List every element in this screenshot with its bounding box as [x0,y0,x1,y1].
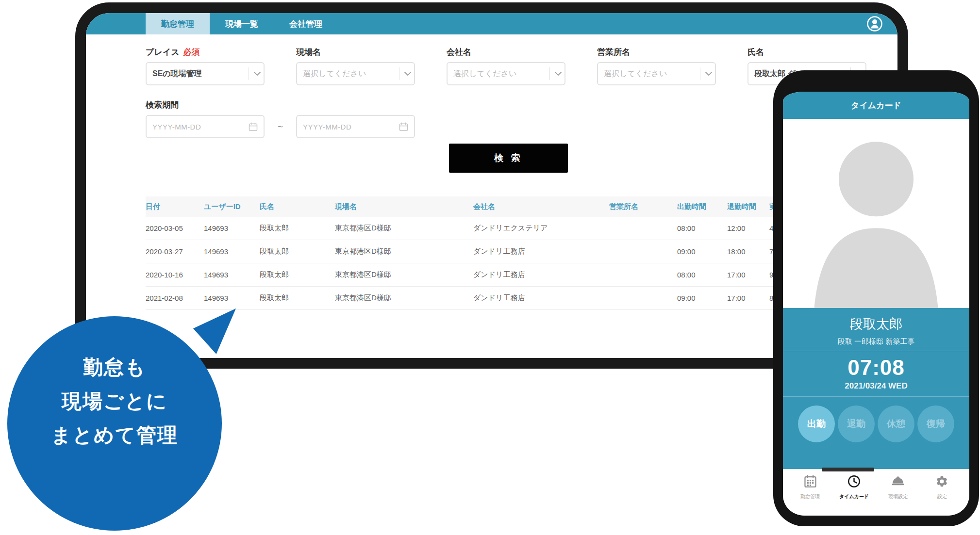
company-select[interactable]: 選択してください [447,62,565,85]
chevron-down-icon [705,72,712,76]
office-select[interactable]: 選択してください [597,62,716,85]
search-period-label: 検索期間 [146,99,415,111]
chevron-down-icon [555,72,562,76]
user-avatar-icon[interactable] [866,16,883,32]
table-cell: 17:00 [727,271,769,279]
office-select-placeholder: 選択してください [604,69,695,79]
nav-item-site-settings[interactable]: 現場設定 [882,475,914,516]
phone-clock-time: 07:08 [783,356,969,379]
nav-label: 現場設定 [888,493,908,500]
filter-office-label: 営業所名 [597,47,716,58]
punch-button-row: 出勤 退勤 休憩 復帰 [783,396,969,469]
search-button[interactable]: 検 索 [449,144,568,173]
place-select-value: SEの現場管理 [152,69,244,79]
table-header-cell: 現場名 [335,202,473,211]
divider [549,67,550,80]
filter-site-label: 現場名 [296,47,415,58]
page: 勤怠管理 現場一覧 会社管理 プレイス必須 SEの現場管理 [0,0,980,535]
filter-place-label: プレイス必須 [146,47,265,58]
table-cell: 149693 [204,271,260,279]
filter-site: 現場名 選択してください [296,47,415,85]
table-cell: 18:00 [727,247,769,256]
table-header-cell: ユーザーID [204,202,260,211]
phone-app-title: タイムカード [851,100,901,111]
calendar-icon[interactable] [249,122,258,131]
required-badge: 必須 [183,48,200,57]
speech-bubble-text: 勤怠も 現場ごとに まとめて管理 [7,350,222,452]
chevron-down-icon [254,72,261,76]
phone-screen: タイムカード 段取太郎 段取 一郎様邸 新築工事 07:08 2021/03/2… [783,92,969,516]
active-tab-indicator [822,468,874,471]
filter-company: 会社名 選択してください [447,47,565,85]
phone-user-name: 段取太郎 [783,316,969,332]
phone-info-panel: 段取太郎 段取 一郎様邸 新築工事 07:08 2021/03/24 WED 出… [783,308,969,469]
bubble-line: 勤怠も [7,350,222,384]
filter-company-label: 会社名 [447,47,565,58]
table-cell: ダンドリ工務店 [473,270,609,279]
table-cell: 東京都港区D様邸 [335,247,473,256]
table-cell: 2020-03-05 [146,224,204,232]
bubble-line: 現場ごとに [7,384,222,418]
table-header-cell: 会社名 [473,202,609,211]
bubble-line: まとめて管理 [7,418,222,452]
date-to-input[interactable]: YYYY-MM-DD [296,115,415,138]
return-button[interactable]: 復帰 [917,405,954,442]
hard-hat-icon [891,475,905,490]
table-cell: 2020-10-16 [146,271,204,279]
date-from-placeholder: YYYY-MM-DD [152,123,249,131]
gear-icon [935,475,948,490]
table-cell: 2021-02-08 [146,294,204,302]
nav-item-timecard[interactable]: タイムカード [839,475,870,516]
date-to-placeholder: YYYY-MM-DD [303,123,399,131]
table-cell: 149693 [204,247,260,256]
label-text: プレイス [146,48,180,57]
divider [249,67,249,80]
phone-mockup: タイムカード 段取太郎 段取 一郎様邸 新築工事 07:08 2021/03/2… [773,70,979,526]
table-header-cell: 日付 [146,202,204,211]
tab-attendance-management[interactable]: 勤怠管理 [146,13,210,34]
table-cell: 段取太郎 [260,270,335,279]
filter-row: プレイス必須 SEの現場管理 現場名 選択してください [146,47,866,85]
punch-in-button[interactable]: 出勤 [798,405,835,442]
table-header-cell: 出勤時間 [677,202,727,211]
table-cell: 08:00 [677,271,727,279]
site-select-placeholder: 選択してください [303,69,394,79]
table-cell: 2020-03-27 [146,247,204,256]
table-cell: 09:00 [677,294,727,302]
table-cell: 08:00 [677,224,727,232]
search-period: 検索期間 YYYY-MM-DD ~ YYYY-MM-DD [146,99,415,138]
phone-user-block: 段取太郎 段取 一郎様邸 新築工事 [783,308,969,351]
clock-icon [847,475,861,490]
calendar-icon[interactable] [399,122,408,131]
table-cell: ダンドリ工務店 [473,247,609,256]
tab-site-list[interactable]: 現場一覧 [210,13,274,34]
table-cell: 段取太郎 [260,293,335,303]
table-cell: 段取太郎 [260,224,335,233]
phone-app-header: タイムカード [783,92,969,119]
table-cell: 東京都港区D様邸 [335,224,473,233]
phone-bottom-nav: 勤怠管理 タイムカード [783,469,969,516]
divider [700,67,700,80]
table-cell: 149693 [204,294,260,302]
site-select[interactable]: 選択してください [296,62,415,85]
punch-out-button[interactable]: 退勤 [838,405,875,442]
period-separator: ~ [265,121,296,132]
table-header-cell: 氏名 [260,202,335,211]
table-cell: ダンドリエクステリア [473,224,609,233]
break-button[interactable]: 休憩 [878,405,914,442]
table-cell: 149693 [204,224,260,232]
nav-item-attendance[interactable]: 勤怠管理 [795,475,826,516]
nav-label: 勤怠管理 [800,493,820,500]
date-from-input[interactable]: YYYY-MM-DD [146,115,265,138]
nav-item-settings[interactable]: 設定 [927,475,958,516]
filter-place: プレイス必須 SEの現場管理 [146,47,265,85]
place-select[interactable]: SEの現場管理 [146,62,265,85]
table-cell: 17:00 [727,294,769,302]
phone-clock-block: 07:08 2021/03/24 WED [783,351,969,396]
phone-site-name: 段取 一郎様邸 新築工事 [783,337,969,346]
nav-label: タイムカード [839,493,869,500]
table-header-cell: 営業所名 [609,202,677,211]
tab-company-management[interactable]: 会社管理 [274,13,338,34]
nav-label: 設定 [937,493,947,500]
filter-office: 営業所名 選択してください [597,47,716,85]
